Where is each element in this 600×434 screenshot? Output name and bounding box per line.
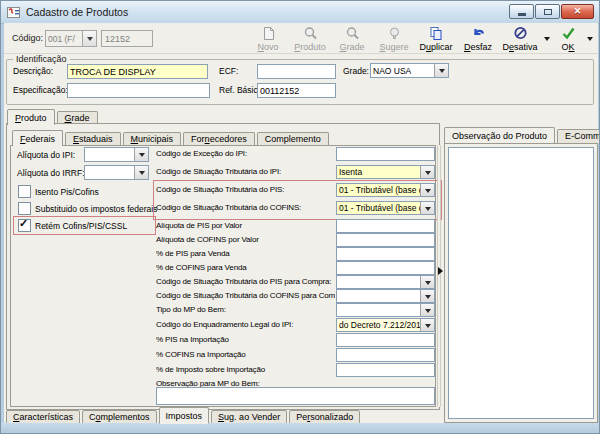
chevron-down-icon[interactable] xyxy=(420,166,434,178)
descricao-input[interactable] xyxy=(67,64,208,79)
tab-produto[interactable]: Produto xyxy=(7,109,55,125)
observacao-mp-bem-textarea[interactable] xyxy=(156,387,435,405)
chevron-down-icon[interactable] xyxy=(420,276,434,288)
ok-dropdown-button[interactable] xyxy=(584,24,595,53)
desfaz-button[interactable]: Desfaz xyxy=(457,24,499,53)
novo-label: Novo xyxy=(257,42,278,52)
codigo-combobox[interactable]: 001 (F/ xyxy=(45,30,97,47)
duplicate-icon xyxy=(429,26,444,41)
chevron-down-icon[interactable] xyxy=(82,31,96,46)
chevron-down-icon[interactable] xyxy=(134,166,148,179)
tab-observacao-do-produto[interactable]: Observação do Produto xyxy=(444,127,555,143)
pct-cofins-venda-input[interactable] xyxy=(336,261,435,275)
search-product-icon xyxy=(303,26,318,41)
field-label-pct-cofins-importacao: % COFINS na Importação xyxy=(156,350,335,359)
panel-splitter[interactable] xyxy=(437,145,441,407)
search-grade-icon xyxy=(345,26,360,41)
field-label-aliquota-cofins-valor: Alíquota de COFINS por Valor xyxy=(156,235,335,244)
checkbox-checked-icon xyxy=(18,219,31,232)
aliquota-irrf-select[interactable] xyxy=(84,165,149,180)
cst-ipi-select[interactable]: Isenta xyxy=(336,165,435,179)
close-button[interactable]: ✕ xyxy=(561,4,594,19)
checkbox-icon xyxy=(18,202,31,215)
field-label-cst-cofins: Código de Situação Tributária do COFINS: xyxy=(156,203,335,212)
desativa-button[interactable]: Desativa xyxy=(499,24,541,53)
tab-federais[interactable]: Federais xyxy=(12,130,63,146)
toolbar: Código: 001 (F/ Novo Produto xyxy=(4,23,598,54)
sugere-label: Sugere xyxy=(379,42,408,52)
field-label-pct-pis-venda: % de PIS para Venda xyxy=(156,249,335,258)
tab-estaduais[interactable]: Estaduais xyxy=(65,132,121,146)
field-label-tipo-mp-bem: Tipo do MP do Bem: xyxy=(156,305,335,314)
app-window: Cadastro de Produtos ✕ Código: 001 (F/ N… xyxy=(0,0,600,434)
grade-label: Grade xyxy=(339,42,364,52)
checkbox-isento-pis-cofins[interactable]: Isento Pis/Cofins xyxy=(18,185,99,198)
tab-impostos[interactable]: Impostos xyxy=(159,407,210,424)
tab-municipais[interactable]: Municipais xyxy=(123,132,182,146)
checkbox-retem-cofins-pis-cssl[interactable]: Retém Cofins/PIS/CSSL xyxy=(18,219,127,232)
observacao-produto-panel xyxy=(444,143,598,423)
ref-basica-input[interactable] xyxy=(257,83,336,98)
chevron-down-icon[interactable] xyxy=(434,64,448,77)
codigo-excecao-ipi-input[interactable] xyxy=(336,147,435,161)
grade-select[interactable]: NAO USA xyxy=(370,63,449,78)
especificacao-label: Especificação: xyxy=(13,85,68,95)
undo-icon xyxy=(471,26,486,41)
cst-cofins-compra-select[interactable] xyxy=(336,289,435,303)
aliquota-ipi-select[interactable] xyxy=(84,147,149,162)
duplicar-button[interactable]: Duplicar xyxy=(415,24,457,53)
cst-ipi-value: Isenta xyxy=(337,167,420,177)
produto-button[interactable]: Produto xyxy=(289,24,331,53)
title-bar[interactable]: Cadastro de Produtos ✕ xyxy=(1,1,599,24)
cst-pis-value: 01 - Tributável (base de xyxy=(337,185,420,195)
codigo-number-input[interactable] xyxy=(101,30,153,47)
aliquota-ipi-label: Alíquota do IPI: xyxy=(17,150,75,160)
chevron-down-icon[interactable] xyxy=(420,202,434,214)
checkbox-label: Substituido os impostos federais xyxy=(35,204,157,214)
field-label-enquadramento-ipi: Código do Enquadramento Legal do IPI: xyxy=(156,320,335,329)
pct-cofins-importacao-input[interactable] xyxy=(336,348,435,362)
ecf-label: ECF: xyxy=(219,66,238,76)
tab-e-commerce[interactable]: E-Commerce xyxy=(557,129,600,143)
chevron-down-icon[interactable] xyxy=(420,184,434,196)
pct-pis-venda-input[interactable] xyxy=(336,247,435,261)
tab-fornecedores[interactable]: Fornecedores xyxy=(183,132,255,146)
minimize-button[interactable] xyxy=(509,4,534,19)
pct-pis-importacao-input[interactable] xyxy=(336,333,435,347)
field-label-cst-ipi: Código de Situação Tributária do IPI: xyxy=(156,167,335,176)
aliquota-cofins-valor-input[interactable] xyxy=(336,233,435,247)
window-title: Cadastro de Produtos xyxy=(26,6,128,18)
chevron-down-icon[interactable] xyxy=(134,148,148,161)
checkbox-substituido-impostos[interactable]: Substituido os impostos federais xyxy=(18,202,157,215)
grade-combo-label: Grade: xyxy=(343,66,369,76)
grade-select-value: NAO USA xyxy=(371,66,434,76)
tab-complemento[interactable]: Complemento xyxy=(257,132,329,146)
pct-imposto-importacao-input[interactable] xyxy=(336,363,435,377)
enquadramento-legal-ipi-select[interactable]: do Decreto 7.212/2010 xyxy=(336,318,435,332)
ecf-input[interactable] xyxy=(257,64,336,79)
maximize-button[interactable] xyxy=(535,4,560,19)
field-label-cst-excecao-ipi: Código de Exceção do IPI: xyxy=(156,149,335,158)
cst-pis-select[interactable]: 01 - Tributável (base de xyxy=(336,183,435,197)
produto-label: Produto xyxy=(294,42,326,52)
enquadramento-legal-ipi-value: do Decreto 7.212/2010 xyxy=(337,320,420,330)
ok-button[interactable]: OK xyxy=(552,24,584,53)
cst-cofins-select[interactable]: 01 - Tributável (base de xyxy=(336,201,435,215)
tipo-mp-bem-select[interactable] xyxy=(336,303,435,317)
chevron-down-icon[interactable] xyxy=(420,304,434,316)
sugere-button[interactable]: Sugere xyxy=(373,24,415,53)
desativa-dropdown-button[interactable] xyxy=(541,24,552,53)
cst-pis-compra-select[interactable] xyxy=(336,275,435,289)
app-icon xyxy=(7,6,21,19)
especificacao-input[interactable] xyxy=(67,83,210,98)
chevron-down-icon[interactable] xyxy=(420,319,434,331)
observacao-produto-textarea[interactable] xyxy=(448,147,594,419)
window-controls: ✕ xyxy=(508,4,594,19)
grade-button[interactable]: Grade xyxy=(331,24,373,53)
novo-button[interactable]: Novo xyxy=(247,24,289,53)
aliquota-irrf-label: Alíquota do IRRF: xyxy=(17,168,85,178)
field-label-cst-cofins-compra: Código de Situação Tributária do COFINS … xyxy=(156,291,335,300)
chevron-down-icon[interactable] xyxy=(420,290,434,302)
duplicar-label: Duplicar xyxy=(419,42,452,52)
aliquota-pis-valor-input[interactable] xyxy=(336,219,435,233)
